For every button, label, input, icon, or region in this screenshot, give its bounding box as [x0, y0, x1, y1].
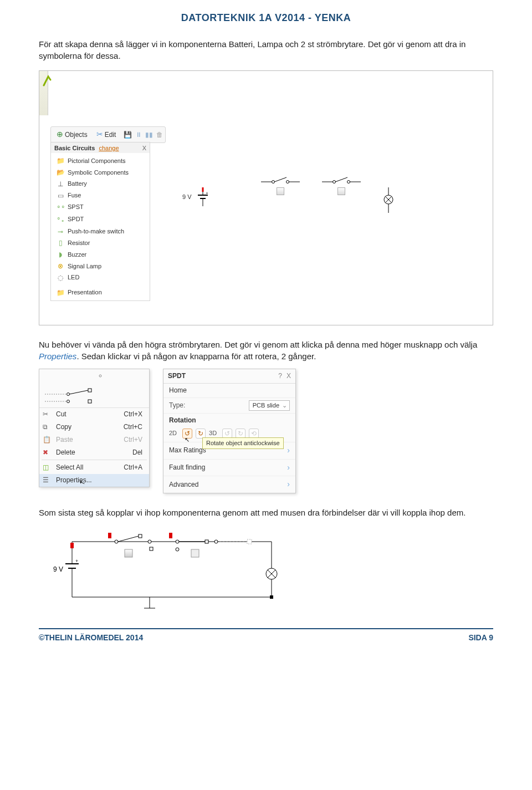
component-tree: 📁Pictorial Components 📂Symbolic Componen…	[50, 153, 150, 301]
prop-type-select[interactable]: PCB slide	[249, 400, 290, 411]
tree-lamp-label: Signal Lamp	[68, 262, 101, 271]
prop-fault[interactable]: Fault finding ›	[163, 459, 295, 476]
context-menu-screenshot: ✂CutCtrl+X ⧉CopyCtrl+C 📋PasteCtrl+V ✖Del…	[39, 369, 150, 487]
tree-battery[interactable]: ⊥Battery	[51, 179, 150, 190]
prop-advanced-label: Advanced	[169, 480, 198, 490]
svg-rect-28	[88, 400, 91, 403]
tree-presentation[interactable]: 📁Presentation	[51, 287, 150, 299]
svg-point-27	[67, 400, 70, 403]
tree-fuse-label: Fuse	[68, 191, 81, 200]
buzzer-icon: ◗	[57, 250, 64, 259]
folder-open-icon: 📂	[57, 168, 64, 177]
battery-component[interactable]: +	[195, 187, 211, 210]
folder-icon: 📁	[57, 156, 64, 166]
ctx-delete-label: Delete	[56, 448, 75, 457]
ctx-selectall[interactable]: ◫Select AllCtrl+A	[39, 461, 149, 474]
tree-spst-label: SPST	[68, 203, 84, 211]
tree-presentation-label: Presentation	[68, 288, 102, 297]
ctx-delete[interactable]: ✖DeleteDel	[39, 446, 149, 459]
chevron-right-icon: ›	[287, 462, 290, 473]
ctx-properties[interactable]: ☰Properties...	[39, 474, 149, 487]
stop-icon[interactable]: ▮▮	[145, 130, 153, 140]
final-circuit-diagram: + 9 V	[39, 525, 493, 614]
svg-rect-25	[88, 389, 91, 392]
rotate-ccw-button[interactable]: ↺ ↖	[182, 429, 192, 439]
rotate-tooltip: Rotate object anticlockwise	[202, 437, 284, 449]
objects-button[interactable]: ⊕ Objects	[53, 128, 91, 141]
close-icon[interactable]: X	[287, 371, 291, 381]
paragraph-2b: . Sedan klickar vi på någon av knapparna…	[76, 351, 316, 361]
copy-icon: ⧉	[43, 422, 48, 432]
tree-push[interactable]: ⊸Push-to-make switch	[51, 226, 150, 238]
led-icon: ◌	[57, 273, 64, 283]
tree-buzzer[interactable]: ◗Buzzer	[51, 249, 150, 261]
scissors-icon: ✂	[96, 129, 103, 140]
ctx-delete-key: Del	[132, 448, 142, 457]
tree-symbolic-label: Symbolic Components	[68, 169, 129, 177]
switch-component-2[interactable]	[322, 175, 361, 188]
ctx-paste: 📋PasteCtrl+V	[39, 434, 149, 446]
switch-component-1[interactable]	[261, 175, 300, 188]
svg-text:+: +	[206, 191, 208, 196]
prop-type-row: Type: PCB slide	[163, 398, 295, 414]
edit-button[interactable]: ✂ Edit	[93, 128, 120, 141]
drag-handle[interactable]	[277, 187, 284, 195]
panel-change-link[interactable]: change	[99, 145, 119, 151]
svg-rect-50	[125, 549, 132, 557]
panel-close-icon[interactable]: X	[142, 144, 146, 152]
svg-rect-55	[205, 540, 208, 543]
chevron-right-icon: ›	[287, 445, 290, 456]
ctx-cut-key: Ctrl+X	[124, 410, 142, 419]
prop-rotation-title: Rotation	[163, 414, 295, 425]
tree-pictorial[interactable]: 📁Pictorial Components	[51, 155, 150, 167]
svg-rect-49	[150, 547, 153, 551]
tree-lamp[interactable]: ⊗Signal Lamp	[51, 261, 150, 272]
ctx-copy[interactable]: ⧉CopyCtrl+C	[39, 421, 149, 434]
tree-led-label: LED	[68, 273, 79, 282]
prop-max-label: Max Ratings	[169, 446, 206, 455]
chevron-right-icon: ›	[287, 479, 290, 490]
paragraph-2: Nu behöver vi vända på den högra strömbr…	[39, 339, 493, 362]
yenka-screenshot-main: ⊕ Objects ✂ Edit 💾 ⏸ ▮▮ 🗑 Basic Circuits…	[39, 70, 493, 325]
paste-icon: 📋	[43, 435, 51, 445]
page-footer: ©THELIN LÄROMEDEL 2014 SIDA 9	[39, 628, 493, 644]
svg-point-45	[115, 540, 118, 543]
tree-symbolic[interactable]: 📂Symbolic Components	[51, 167, 150, 179]
rot-2d-label: 2D	[169, 429, 177, 437]
tree-push-label: Push-to-make switch	[68, 227, 124, 236]
svg-point-23	[67, 393, 70, 396]
battery-icon: ⊥	[57, 180, 64, 189]
tree-resistor[interactable]: ▯Resistor	[51, 237, 150, 249]
pause-icon[interactable]: ⏸	[135, 130, 142, 140]
svg-rect-59	[247, 539, 252, 544]
prop-type-label: Type:	[169, 401, 185, 410]
lamp-component[interactable]	[383, 187, 394, 217]
canvas[interactable]: + 9 V	[161, 149, 487, 319]
trash-icon[interactable]: 🗑	[156, 130, 163, 140]
properties-panel-screenshot: SPDT ? X Home Type: PCB slide Rotation 2…	[163, 369, 296, 493]
ctx-selectall-label: Select All	[56, 463, 83, 472]
ctx-paste-key: Ctrl+V	[124, 435, 142, 445]
paragraph-3: Som sista steg så kopplar vi ihop kompon…	[39, 507, 493, 518]
tree-spdt[interactable]: ∘∘SPDT	[51, 213, 150, 226]
svg-point-12	[333, 181, 336, 184]
svg-point-52	[176, 540, 179, 543]
svg-rect-57	[191, 549, 199, 557]
battery-voltage-label-2: 9 V	[53, 565, 63, 573]
selectall-icon: ◫	[43, 463, 49, 472]
tree-fuse[interactable]: ▭Fuse	[51, 190, 150, 202]
properties-icon: ☰	[43, 476, 49, 485]
save-icon[interactable]: 💾	[124, 130, 132, 140]
prop-home-row[interactable]: Home	[163, 384, 295, 398]
tree-led[interactable]: ◌LED	[51, 272, 150, 284]
ctx-cut[interactable]: ✂CutCtrl+X	[39, 408, 149, 421]
prop-header: SPDT ? X	[163, 369, 295, 384]
objects-label: Objects	[65, 130, 88, 140]
svg-point-56	[214, 540, 218, 543]
tree-spst[interactable]: ∘∘SPST	[51, 201, 150, 213]
ctx-properties-label: Properties...	[56, 476, 92, 485]
prop-advanced[interactable]: Advanced ›	[163, 476, 295, 493]
help-icon[interactable]: ?	[278, 371, 282, 381]
drag-handle[interactable]	[337, 187, 345, 195]
page-header: DATORTEKNIK 1A V2014 - YENKA	[39, 11, 493, 25]
